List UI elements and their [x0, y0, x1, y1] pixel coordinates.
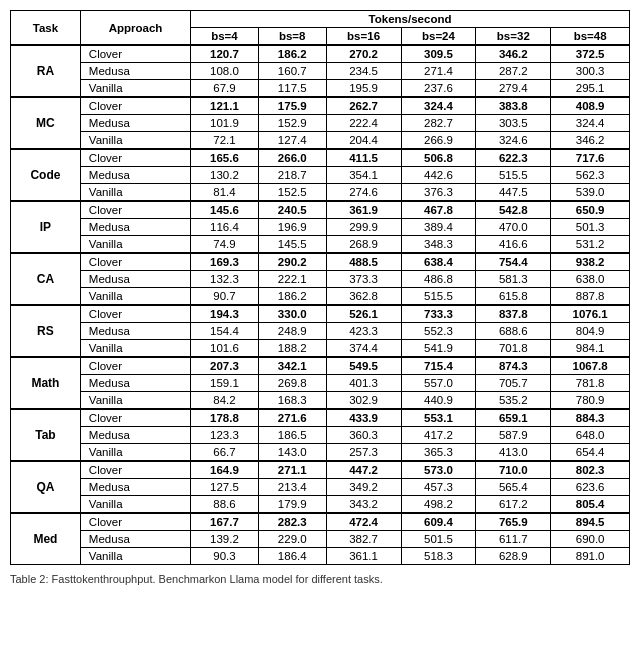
value-cell: 123.3: [191, 427, 259, 444]
value-cell: 376.3: [401, 184, 476, 202]
value-cell: 382.7: [326, 531, 401, 548]
value-cell: 383.8: [476, 97, 551, 115]
value-cell: 498.2: [401, 496, 476, 514]
approach-header: Approach: [80, 11, 190, 46]
value-cell: 229.0: [258, 531, 326, 548]
approach-cell: Medusa: [80, 219, 190, 236]
value-cell: 891.0: [551, 548, 630, 565]
approach-cell: Vanilla: [80, 132, 190, 150]
value-cell: 1067.8: [551, 357, 630, 375]
value-cell: 361.1: [326, 548, 401, 565]
value-cell: 372.5: [551, 45, 630, 63]
value-cell: 303.5: [476, 115, 551, 132]
value-cell: 354.1: [326, 167, 401, 184]
value-cell: 72.1: [191, 132, 259, 150]
value-cell: 440.9: [401, 392, 476, 410]
value-cell: 186.4: [258, 548, 326, 565]
value-cell: 324.6: [476, 132, 551, 150]
value-cell: 127.4: [258, 132, 326, 150]
approach-cell: Medusa: [80, 271, 190, 288]
value-cell: 343.2: [326, 496, 401, 514]
value-cell: 518.3: [401, 548, 476, 565]
value-cell: 609.4: [401, 513, 476, 531]
value-cell: 705.7: [476, 375, 551, 392]
approach-cell: Medusa: [80, 531, 190, 548]
value-cell: 623.6: [551, 479, 630, 496]
main-table: Task Approach Tokens/second bs=4 bs=8 bs…: [10, 10, 630, 565]
value-cell: 587.9: [476, 427, 551, 444]
value-cell: 411.5: [326, 149, 401, 167]
approach-cell: Vanilla: [80, 444, 190, 462]
value-cell: 309.5: [401, 45, 476, 63]
task-cell: RA: [11, 45, 81, 97]
value-cell: 802.3: [551, 461, 630, 479]
value-cell: 565.4: [476, 479, 551, 496]
value-cell: 262.7: [326, 97, 401, 115]
value-cell: 282.3: [258, 513, 326, 531]
value-cell: 169.3: [191, 253, 259, 271]
approach-cell: Clover: [80, 253, 190, 271]
value-cell: 117.5: [258, 80, 326, 98]
value-cell: 553.1: [401, 409, 476, 427]
value-cell: 373.3: [326, 271, 401, 288]
value-cell: 274.6: [326, 184, 401, 202]
value-cell: 342.1: [258, 357, 326, 375]
value-cell: 938.2: [551, 253, 630, 271]
value-cell: 207.3: [191, 357, 259, 375]
value-cell: 780.9: [551, 392, 630, 410]
value-cell: 628.9: [476, 548, 551, 565]
value-cell: 374.4: [326, 340, 401, 358]
value-cell: 515.5: [401, 288, 476, 306]
value-cell: 526.1: [326, 305, 401, 323]
value-cell: 101.9: [191, 115, 259, 132]
value-cell: 717.6: [551, 149, 630, 167]
value-cell: 433.9: [326, 409, 401, 427]
value-cell: 837.8: [476, 305, 551, 323]
value-cell: 887.8: [551, 288, 630, 306]
approach-cell: Vanilla: [80, 548, 190, 565]
value-cell: 733.3: [401, 305, 476, 323]
approach-cell: Medusa: [80, 167, 190, 184]
value-cell: 650.9: [551, 201, 630, 219]
approach-cell: Vanilla: [80, 184, 190, 202]
value-cell: 300.3: [551, 63, 630, 80]
value-cell: 213.4: [258, 479, 326, 496]
tokens-per-second-header: Tokens/second: [191, 11, 630, 28]
value-cell: 365.3: [401, 444, 476, 462]
value-cell: 1076.1: [551, 305, 630, 323]
value-cell: 175.9: [258, 97, 326, 115]
value-cell: 268.9: [326, 236, 401, 254]
value-cell: 196.9: [258, 219, 326, 236]
value-cell: 160.7: [258, 63, 326, 80]
value-cell: 186.5: [258, 427, 326, 444]
value-cell: 408.9: [551, 97, 630, 115]
value-cell: 159.1: [191, 375, 259, 392]
task-cell: QA: [11, 461, 81, 513]
value-cell: 257.3: [326, 444, 401, 462]
value-cell: 248.9: [258, 323, 326, 340]
approach-cell: Clover: [80, 513, 190, 531]
value-cell: 290.2: [258, 253, 326, 271]
task-cell: Tab: [11, 409, 81, 461]
value-cell: 222.1: [258, 271, 326, 288]
value-cell: 622.3: [476, 149, 551, 167]
bs48-header: bs=48: [551, 28, 630, 46]
value-cell: 765.9: [476, 513, 551, 531]
value-cell: 287.2: [476, 63, 551, 80]
approach-cell: Vanilla: [80, 340, 190, 358]
value-cell: 557.0: [401, 375, 476, 392]
value-cell: 488.5: [326, 253, 401, 271]
value-cell: 90.7: [191, 288, 259, 306]
approach-cell: Clover: [80, 149, 190, 167]
value-cell: 324.4: [551, 115, 630, 132]
value-cell: 416.6: [476, 236, 551, 254]
value-cell: 270.2: [326, 45, 401, 63]
bs4-header: bs=4: [191, 28, 259, 46]
value-cell: 204.4: [326, 132, 401, 150]
value-cell: 470.0: [476, 219, 551, 236]
value-cell: 164.9: [191, 461, 259, 479]
value-cell: 486.8: [401, 271, 476, 288]
value-cell: 240.5: [258, 201, 326, 219]
approach-cell: Clover: [80, 461, 190, 479]
value-cell: 120.7: [191, 45, 259, 63]
